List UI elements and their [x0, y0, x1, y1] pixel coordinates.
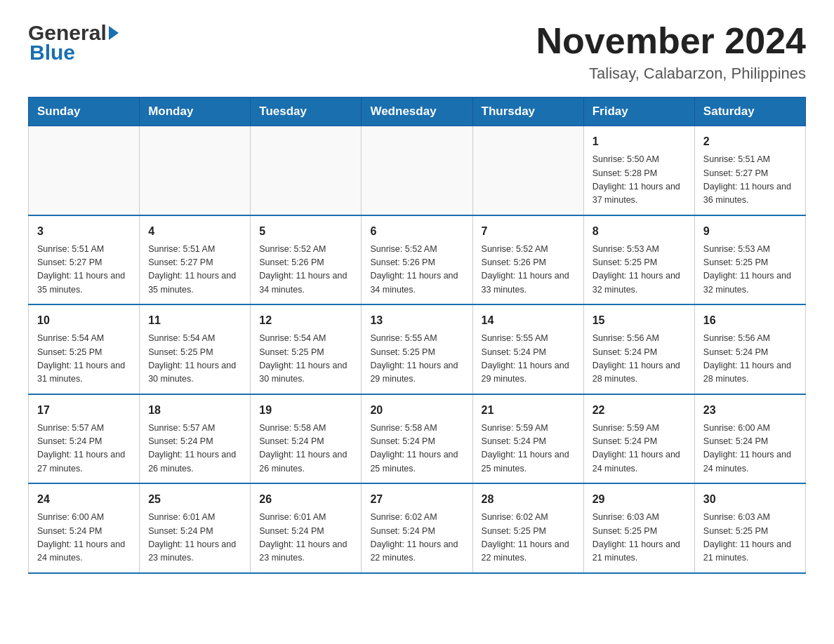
table-row: 3Sunrise: 5:51 AM Sunset: 5:27 PM Daylig…: [29, 215, 140, 305]
logo-blue-text: Blue: [28, 41, 119, 65]
day-number: 21: [482, 402, 575, 419]
logo: General Blue: [28, 21, 119, 65]
day-number: 14: [482, 312, 575, 329]
day-number: 28: [482, 491, 575, 508]
table-row: 9Sunrise: 5:53 AM Sunset: 5:25 PM Daylig…: [694, 215, 805, 305]
day-info: Sunrise: 6:00 AM Sunset: 5:24 PM Dayligh…: [37, 511, 131, 565]
day-number: 25: [148, 491, 241, 508]
col-monday: Monday: [140, 98, 251, 126]
table-row: 8Sunrise: 5:53 AM Sunset: 5:25 PM Daylig…: [583, 215, 694, 305]
col-thursday: Thursday: [472, 98, 583, 126]
col-wednesday: Wednesday: [362, 98, 472, 126]
logo-arrow-icon: [109, 26, 119, 40]
day-number: 7: [482, 223, 575, 240]
table-row: 30Sunrise: 6:03 AM Sunset: 5:25 PM Dayli…: [694, 483, 805, 573]
day-info: Sunrise: 5:55 AM Sunset: 5:24 PM Dayligh…: [482, 332, 575, 387]
day-info: Sunrise: 5:57 AM Sunset: 5:24 PM Dayligh…: [148, 422, 241, 476]
calendar-header-row: Sunday Monday Tuesday Wednesday Thursday…: [29, 98, 806, 126]
table-row: 10Sunrise: 5:54 AM Sunset: 5:25 PM Dayli…: [29, 304, 140, 394]
day-info: Sunrise: 5:51 AM Sunset: 5:27 PM Dayligh…: [148, 243, 241, 297]
col-friday: Friday: [583, 98, 694, 126]
table-row: 16Sunrise: 5:56 AM Sunset: 5:24 PM Dayli…: [694, 304, 805, 394]
table-row: [472, 126, 583, 215]
day-info: Sunrise: 5:53 AM Sunset: 5:25 PM Dayligh…: [593, 243, 686, 297]
location-subtitle: Talisay, Calabarzon, Philippines: [536, 65, 806, 83]
day-info: Sunrise: 5:59 AM Sunset: 5:24 PM Dayligh…: [482, 422, 575, 476]
day-info: Sunrise: 5:56 AM Sunset: 5:24 PM Dayligh…: [703, 332, 797, 387]
table-row: 20Sunrise: 5:58 AM Sunset: 5:24 PM Dayli…: [362, 394, 472, 484]
table-row: 17Sunrise: 5:57 AM Sunset: 5:24 PM Dayli…: [29, 394, 140, 484]
day-info: Sunrise: 5:50 AM Sunset: 5:28 PM Dayligh…: [593, 153, 686, 208]
table-row: 6Sunrise: 5:52 AM Sunset: 5:26 PM Daylig…: [362, 215, 472, 305]
table-row: [362, 126, 472, 215]
day-info: Sunrise: 5:51 AM Sunset: 5:27 PM Dayligh…: [703, 153, 797, 208]
table-row: 22Sunrise: 5:59 AM Sunset: 5:24 PM Dayli…: [583, 394, 694, 484]
table-row: 24Sunrise: 6:00 AM Sunset: 5:24 PM Dayli…: [29, 483, 140, 573]
table-row: 23Sunrise: 6:00 AM Sunset: 5:24 PM Dayli…: [694, 394, 805, 484]
day-number: 15: [593, 312, 686, 329]
table-row: 19Sunrise: 5:58 AM Sunset: 5:24 PM Dayli…: [251, 394, 362, 484]
day-number: 5: [259, 223, 352, 240]
page-header: General Blue November 2024 Talisay, Cala…: [28, 21, 806, 83]
day-number: 17: [37, 402, 131, 419]
table-row: 14Sunrise: 5:55 AM Sunset: 5:24 PM Dayli…: [472, 304, 583, 394]
day-number: 11: [148, 312, 241, 329]
day-number: 2: [703, 133, 797, 150]
day-number: 20: [370, 402, 463, 419]
day-number: 9: [703, 223, 797, 240]
day-number: 22: [593, 402, 686, 419]
day-number: 26: [259, 491, 352, 508]
day-number: 18: [148, 402, 241, 419]
table-row: 2Sunrise: 5:51 AM Sunset: 5:27 PM Daylig…: [694, 126, 805, 215]
day-info: Sunrise: 5:52 AM Sunset: 5:26 PM Dayligh…: [482, 243, 575, 297]
table-row: 18Sunrise: 5:57 AM Sunset: 5:24 PM Dayli…: [140, 394, 251, 484]
day-number: 8: [593, 223, 686, 240]
title-area: November 2024 Talisay, Calabarzon, Phili…: [536, 21, 806, 83]
day-info: Sunrise: 5:54 AM Sunset: 5:25 PM Dayligh…: [259, 332, 352, 387]
day-number: 16: [703, 312, 797, 329]
table-row: [29, 126, 140, 215]
table-row: 25Sunrise: 6:01 AM Sunset: 5:24 PM Dayli…: [140, 483, 251, 573]
day-info: Sunrise: 5:58 AM Sunset: 5:24 PM Dayligh…: [259, 422, 352, 476]
col-tuesday: Tuesday: [251, 98, 362, 126]
table-row: 5Sunrise: 5:52 AM Sunset: 5:26 PM Daylig…: [251, 215, 362, 305]
day-number: 13: [370, 312, 463, 329]
calendar-week-row: 1Sunrise: 5:50 AM Sunset: 5:28 PM Daylig…: [29, 126, 806, 215]
col-saturday: Saturday: [694, 98, 805, 126]
table-row: 13Sunrise: 5:55 AM Sunset: 5:25 PM Dayli…: [362, 304, 472, 394]
day-number: 10: [37, 312, 131, 329]
table-row: 29Sunrise: 6:03 AM Sunset: 5:25 PM Dayli…: [583, 483, 694, 573]
day-info: Sunrise: 6:03 AM Sunset: 5:25 PM Dayligh…: [703, 511, 797, 565]
table-row: [251, 126, 362, 215]
day-number: 19: [259, 402, 352, 419]
day-info: Sunrise: 5:54 AM Sunset: 5:25 PM Dayligh…: [37, 332, 131, 387]
day-info: Sunrise: 6:03 AM Sunset: 5:25 PM Dayligh…: [593, 511, 686, 565]
day-number: 27: [370, 491, 463, 508]
day-info: Sunrise: 5:55 AM Sunset: 5:25 PM Dayligh…: [370, 332, 463, 387]
table-row: 1Sunrise: 5:50 AM Sunset: 5:28 PM Daylig…: [583, 126, 694, 215]
table-row: 15Sunrise: 5:56 AM Sunset: 5:24 PM Dayli…: [583, 304, 694, 394]
calendar-week-row: 10Sunrise: 5:54 AM Sunset: 5:25 PM Dayli…: [29, 304, 806, 394]
day-number: 3: [37, 223, 131, 240]
table-row: 12Sunrise: 5:54 AM Sunset: 5:25 PM Dayli…: [251, 304, 362, 394]
table-row: 4Sunrise: 5:51 AM Sunset: 5:27 PM Daylig…: [140, 215, 251, 305]
day-info: Sunrise: 5:59 AM Sunset: 5:24 PM Dayligh…: [593, 422, 686, 476]
day-info: Sunrise: 5:58 AM Sunset: 5:24 PM Dayligh…: [370, 422, 463, 476]
calendar-week-row: 24Sunrise: 6:00 AM Sunset: 5:24 PM Dayli…: [29, 483, 806, 573]
day-info: Sunrise: 5:52 AM Sunset: 5:26 PM Dayligh…: [259, 243, 352, 297]
day-info: Sunrise: 6:01 AM Sunset: 5:24 PM Dayligh…: [259, 511, 352, 565]
table-row: 28Sunrise: 6:02 AM Sunset: 5:25 PM Dayli…: [472, 483, 583, 573]
day-number: 1: [593, 133, 686, 150]
day-number: 12: [259, 312, 352, 329]
table-row: 21Sunrise: 5:59 AM Sunset: 5:24 PM Dayli…: [472, 394, 583, 484]
table-row: 11Sunrise: 5:54 AM Sunset: 5:25 PM Dayli…: [140, 304, 251, 394]
day-info: Sunrise: 5:52 AM Sunset: 5:26 PM Dayligh…: [370, 243, 463, 297]
day-info: Sunrise: 5:54 AM Sunset: 5:25 PM Dayligh…: [148, 332, 241, 387]
day-info: Sunrise: 5:57 AM Sunset: 5:24 PM Dayligh…: [37, 422, 131, 476]
table-row: [140, 126, 251, 215]
col-sunday: Sunday: [29, 98, 140, 126]
day-number: 24: [37, 491, 131, 508]
day-info: Sunrise: 5:56 AM Sunset: 5:24 PM Dayligh…: [593, 332, 686, 387]
calendar-week-row: 17Sunrise: 5:57 AM Sunset: 5:24 PM Dayli…: [29, 394, 806, 484]
day-number: 30: [703, 491, 797, 508]
